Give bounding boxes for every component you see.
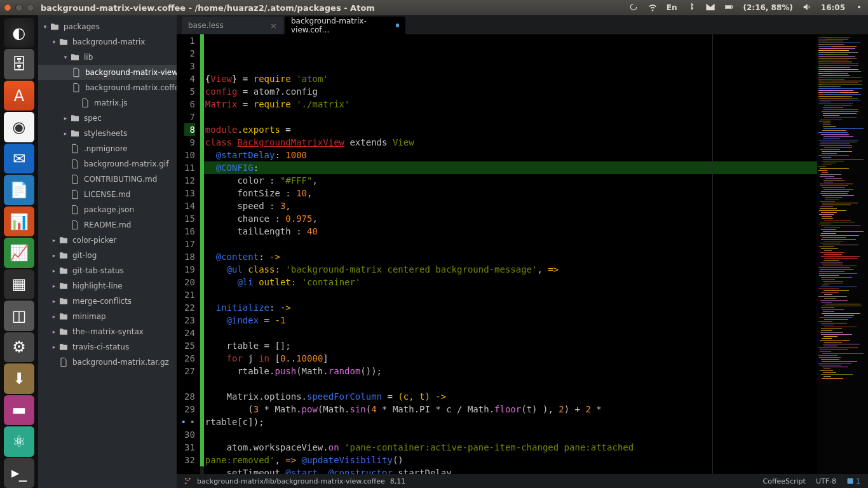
tree-file[interactable]: background-matrix.coffee [38, 80, 177, 95]
code-line[interactable]: Matrix.options.speedForColumn = (c, t) -… [204, 390, 817, 403]
tree-folder[interactable]: ▸minimap [38, 309, 177, 324]
launcher-scale[interactable]: ▦ [4, 269, 34, 299]
tree-file[interactable]: background-matrix-view. [38, 65, 177, 80]
code-line[interactable]: rtable = []; [204, 339, 817, 352]
tree-folder[interactable]: ▸git-log [38, 248, 177, 263]
code-line[interactable] [204, 377, 817, 390]
time: 16:05 [821, 3, 845, 12]
tree-folder[interactable]: ▸the--matrix-syntax [38, 324, 177, 339]
volume-icon[interactable] [802, 2, 812, 14]
close-button[interactable] [4, 4, 11, 11]
code-line[interactable] [204, 327, 817, 339]
launcher-terminal[interactable]: ▸_ [4, 458, 34, 488]
code-line[interactable]: class BackgroundMatrixView extends View [204, 136, 817, 149]
tab[interactable]: background-matrix-view.cof… [285, 17, 405, 34]
code-line[interactable]: atom.workspaceView.on 'pane-container:ac… [204, 441, 817, 454]
gutter[interactable]: 1234567891011121314151617181920212223242… [177, 34, 200, 474]
keyboard-lang[interactable]: En [667, 3, 677, 12]
status-cursor-pos[interactable]: 8,11 [390, 477, 406, 485]
tree-folder[interactable]: ▾lib [38, 50, 177, 65]
tree-folder[interactable]: ▾background-matrix [38, 34, 177, 50]
code-line[interactable]: chance : 0.975, [204, 212, 817, 225]
tree-folder[interactable]: ▸highlight-line [38, 278, 177, 294]
sync-icon[interactable] [628, 2, 639, 14]
gear-icon[interactable] [854, 2, 864, 14]
launcher-thunderbird[interactable]: ✉ [4, 144, 34, 173]
code-line[interactable]: (3 * Math.pow(Math.sin(4 * Math.PI * c /… [204, 403, 817, 416]
code-line[interactable]: Matrix = require './matrix' [204, 98, 817, 111]
code-line[interactable]: @content: -> [204, 250, 817, 263]
launcher-workspace[interactable]: ◫ [4, 301, 34, 330]
tree-folder[interactable]: ▸spec [38, 111, 177, 126]
code-line[interactable]: pane:removed', => @updateVisibility() [204, 454, 817, 466]
tree-file[interactable]: README.md [38, 217, 177, 233]
code-line[interactable]: @ul class: 'background-matrix centered b… [204, 263, 817, 276]
tree-file[interactable]: LICENSE.md [38, 187, 177, 202]
minimize-button[interactable] [15, 4, 23, 11]
launcher-impress[interactable]: 📊 [4, 207, 34, 236]
code-line[interactable]: rtable.push(Math.random()); [204, 365, 817, 377]
launcher-downloads[interactable]: ⬇ [4, 363, 34, 393]
launcher-atom[interactable]: ⚛ [4, 426, 34, 456]
tree-root[interactable]: ▾ packages [38, 19, 177, 34]
code-line[interactable]: tailLength : 40 [204, 225, 817, 238]
code-line[interactable]: for j in [0..10000] [204, 352, 817, 365]
code-line[interactable]: speed : 3, [204, 200, 817, 212]
maximize-button[interactable] [27, 4, 34, 11]
code-line[interactable]: setTimeout @start, @constructor.startDel… [204, 466, 817, 474]
code-line[interactable]: fontSize : 10, [204, 187, 817, 200]
code-line[interactable]: @index = -1 [204, 314, 817, 327]
minimap[interactable] [817, 34, 868, 474]
code-line[interactable]: module.exports = [204, 123, 817, 136]
tree-file[interactable]: background-matrix.gif [38, 156, 177, 172]
tab[interactable]: base.less× [182, 17, 283, 34]
tree-file[interactable]: CONTRIBUTING.md [38, 172, 177, 187]
launcher-files[interactable]: 🗄 [4, 49, 34, 79]
status-encoding[interactable]: UTF-8 [816, 477, 836, 485]
launcher-settings[interactable]: ⚙ [4, 332, 34, 362]
git-branch-icon[interactable] [184, 477, 192, 485]
tree-file[interactable]: background-matrix.tar.gz [38, 355, 177, 370]
code-line[interactable]: config = atom?.config [204, 85, 817, 98]
code-line[interactable]: rtable[c]); [204, 416, 817, 428]
bluetooth-icon[interactable] [686, 2, 696, 14]
tree-folder[interactable]: ▸merge-conflicts [38, 294, 177, 309]
code-line[interactable]: color : "#FFF", [204, 174, 817, 187]
system-indicators: En (2:16, 88%) 16:05 [628, 0, 864, 15]
status-grammar[interactable]: CoffeeScript [763, 477, 805, 485]
launcher-chrome[interactable]: ◉ [4, 112, 34, 142]
code-line[interactable] [204, 288, 817, 301]
launcher-purple[interactable]: ▬ [4, 395, 34, 425]
code-line[interactable]: @li outlet: 'container' [204, 276, 817, 288]
tree-file[interactable]: package.json [38, 202, 177, 217]
tree-folder[interactable]: ▸git-tab-status [38, 263, 177, 278]
tree-file[interactable]: matrix.js [38, 95, 177, 111]
tree-folder[interactable]: ▸travis-ci-status [38, 339, 177, 355]
close-icon[interactable]: × [270, 21, 277, 30]
code-line[interactable]: @startDelay: 1000 [204, 149, 817, 161]
code-line[interactable]: @CONFIG: [204, 161, 817, 174]
code-line[interactable] [204, 111, 817, 123]
mail-icon[interactable] [705, 2, 715, 14]
tree-view[interactable]: ▾ packages ▾background-matrix▾libbackgro… [38, 15, 177, 488]
launcher-software[interactable]: A [4, 81, 34, 111]
status-bar: background-matrix/lib/background-matrix-… [177, 474, 868, 488]
tree-file[interactable]: .npmignore [38, 141, 177, 156]
tree-folder[interactable]: ▸stylesheets [38, 126, 177, 141]
launcher-dash[interactable]: ◐ [4, 18, 34, 48]
svg-rect-2 [726, 6, 731, 8]
wifi-icon[interactable] [648, 2, 658, 14]
code-line[interactable]: {View} = require 'atom' [204, 72, 817, 85]
status-notifications[interactable]: 1 [846, 477, 860, 485]
code-line[interactable]: initialize: -> [204, 301, 817, 314]
battery-icon[interactable] [724, 2, 735, 14]
code-content[interactable]: {View} = require 'atom'config = atom?.co… [204, 34, 817, 474]
status-file-path[interactable]: background-matrix/lib/background-matrix-… [197, 477, 385, 485]
text-editor[interactable]: 1234567891011121314151617181920212223242… [177, 34, 868, 474]
tree-item-label: CONTRIBUTING.md [84, 175, 157, 184]
code-line[interactable] [204, 238, 817, 250]
tree-folder[interactable]: ▸color-picker [38, 233, 177, 248]
launcher-writer[interactable]: 📄 [4, 175, 34, 205]
launcher-calc[interactable]: 📈 [4, 238, 34, 268]
code-line[interactable] [204, 428, 817, 441]
